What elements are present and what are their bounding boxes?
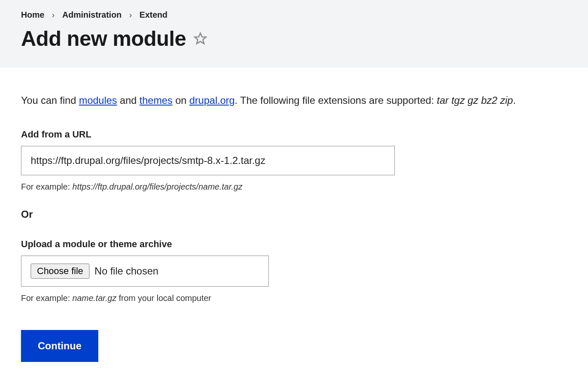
upload-help-prefix: For example: <box>21 293 72 303</box>
drupal-org-link[interactable]: drupal.org <box>189 95 235 106</box>
intro-prefix: You can find <box>21 95 79 106</box>
modules-link[interactable]: modules <box>79 95 117 106</box>
upload-help-text: For example: name.tar.gz from your local… <box>21 293 567 303</box>
intro-and: and <box>117 95 139 106</box>
intro-on: on <box>173 95 189 106</box>
page-header: Home › Administration › Extend Add new m… <box>0 0 588 68</box>
chevron-right-icon: › <box>52 10 55 20</box>
file-input[interactable]: Choose file No file chosen <box>21 256 269 287</box>
page-title-row: Add new module <box>21 26 567 51</box>
file-status: No file chosen <box>94 265 158 277</box>
upload-help-suffix: from your local computer <box>116 293 211 303</box>
url-label: Add from a URL <box>21 129 567 140</box>
intro-period: . <box>513 95 516 106</box>
continue-button[interactable]: Continue <box>21 330 98 362</box>
url-help-prefix: For example: <box>21 182 72 191</box>
url-input[interactable] <box>21 146 395 175</box>
upload-label: Upload a module or theme archive <box>21 239 567 250</box>
star-icon[interactable] <box>194 32 207 45</box>
page-content: You can find modules and themes on drupa… <box>0 68 588 379</box>
upload-section: Upload a module or theme archive Choose … <box>21 239 567 303</box>
breadcrumb-extend[interactable]: Extend <box>139 10 168 20</box>
supported-extensions: tar tgz gz bz2 zip <box>437 95 513 106</box>
choose-file-button[interactable]: Choose file <box>31 264 89 279</box>
or-separator: Or <box>21 208 567 220</box>
themes-link[interactable]: themes <box>139 95 173 106</box>
breadcrumb-home[interactable]: Home <box>21 10 45 20</box>
url-help-example: https://ftp.drupal.org/files/projects/na… <box>72 182 242 191</box>
url-section: Add from a URL For example: https://ftp.… <box>21 129 567 192</box>
intro-text: You can find modules and themes on drupa… <box>21 93 567 108</box>
upload-help-example: name.tar.gz <box>72 293 116 303</box>
chevron-right-icon: › <box>129 10 132 20</box>
url-help-text: For example: https://ftp.drupal.org/file… <box>21 182 567 192</box>
breadcrumb-administration[interactable]: Administration <box>62 10 121 20</box>
intro-suffix: . The following file extensions are supp… <box>235 95 437 106</box>
svg-marker-0 <box>195 33 206 44</box>
breadcrumb: Home › Administration › Extend <box>21 10 567 20</box>
page-title: Add new module <box>21 26 186 51</box>
